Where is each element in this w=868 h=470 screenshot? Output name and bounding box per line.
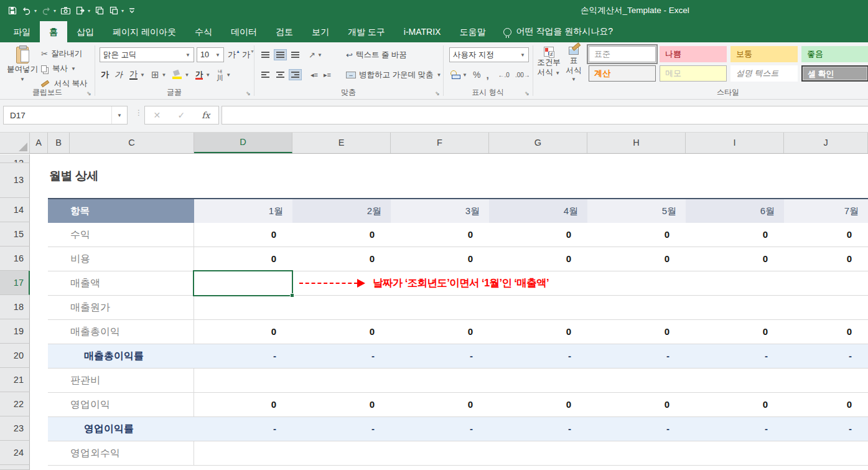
value-cell[interactable]: - — [587, 417, 686, 441]
align-right-button[interactable] — [289, 69, 302, 80]
value-cell[interactable] — [686, 441, 784, 465]
row-header-23[interactable]: 23 — [0, 416, 30, 441]
comma-style-button[interactable]: , — [486, 70, 488, 80]
merge-center-button[interactable]: ↔ 병합하고 가운데 맞춤 ▼ — [346, 70, 441, 80]
value-cell[interactable]: - — [784, 344, 868, 368]
name-box[interactable]: D17 ▼ — [3, 106, 128, 125]
cut-button[interactable]: ✂ 잘라내기 — [41, 47, 82, 60]
font-dialog-launcher[interactable]: ⇘ — [245, 90, 251, 96]
tab-수식[interactable]: 수식 — [185, 21, 222, 42]
column-header-H[interactable]: H — [587, 133, 686, 153]
row-label-cell[interactable]: 매출원가 — [48, 296, 194, 319]
column-header-J[interactable]: J — [784, 133, 868, 153]
row-label-cell[interactable]: 매출총이익 — [48, 320, 194, 344]
decrease-decimal-button[interactable]: .00→ — [515, 72, 530, 78]
value-cell[interactable]: 0 — [292, 393, 391, 416]
value-cell[interactable] — [686, 369, 784, 392]
value-cell[interactable]: 0 — [686, 223, 784, 247]
value-cell[interactable]: 0 — [391, 223, 489, 247]
month-header-2[interactable]: 2월 — [292, 199, 391, 223]
cell-style-좋음[interactable]: 좋음 — [801, 46, 868, 62]
value-cell[interactable]: 0 — [292, 223, 391, 247]
font-name-combo[interactable]: 맑은 고딕 ▼ — [100, 47, 194, 62]
value-cell[interactable]: 0 — [784, 320, 868, 344]
value-cell[interactable]: 0 — [587, 223, 686, 247]
cell-style-보통[interactable]: 보통 — [730, 46, 798, 62]
font-size-combo[interactable]: 10 ▼ — [197, 47, 224, 62]
column-header-G[interactable]: G — [489, 133, 587, 153]
value-cell[interactable]: 0 — [489, 320, 587, 344]
increase-indent-button[interactable]: ▸≡ — [322, 68, 333, 81]
select-all-corner[interactable] — [0, 133, 30, 153]
column-header-F[interactable]: F — [391, 133, 489, 153]
number-dialog-launcher[interactable]: ⇘ — [524, 90, 530, 96]
month-header-7[interactable]: 7월 — [784, 199, 868, 223]
format-as-table-button[interactable]: 표 서식 ▼ — [562, 47, 585, 83]
conditional-formatting-button[interactable]: 조건부 서식 ▼ — [536, 47, 561, 77]
month-header-5[interactable]: 5월 — [587, 199, 686, 223]
row-header-16[interactable]: 16 — [0, 247, 30, 271]
value-cell[interactable] — [489, 296, 587, 319]
value-cell[interactable] — [391, 369, 489, 392]
value-cell[interactable]: 0 — [489, 247, 587, 271]
tab-홈[interactable]: 홈 — [40, 21, 67, 42]
row-header-19[interactable]: 19 — [0, 319, 30, 344]
value-cell[interactable] — [784, 296, 868, 319]
row-label-cell[interactable]: 영업외수익 — [48, 441, 194, 465]
value-cell[interactable]: - — [391, 344, 489, 368]
row-label-cell[interactable]: 매출액 — [48, 271, 194, 295]
align-bottom-button[interactable] — [289, 49, 302, 60]
formula-input[interactable] — [222, 106, 868, 125]
value-cell[interactable]: - — [489, 417, 587, 441]
value-cell[interactable] — [292, 441, 391, 465]
value-cell[interactable] — [391, 296, 489, 319]
row-label-cell[interactable]: 영업이익 — [48, 393, 194, 416]
value-cell[interactable] — [686, 271, 784, 295]
column-header-C[interactable]: C — [70, 133, 194, 153]
value-cell[interactable]: 0 — [292, 320, 391, 344]
chevron-down-icon[interactable]: ▼ — [111, 106, 127, 124]
value-cell[interactable]: 0 — [391, 247, 489, 271]
chevron-down-icon[interactable]: ▾ — [121, 8, 124, 14]
value-cell[interactable]: 0 — [686, 247, 784, 271]
row-label-cell[interactable]: 영업이익률 — [48, 417, 194, 441]
row-header-15[interactable]: 15 — [0, 222, 30, 247]
value-cell[interactable] — [292, 296, 391, 319]
align-top-button[interactable] — [259, 49, 272, 60]
value-cell[interactable] — [587, 369, 686, 392]
tab-i-MATRIX[interactable]: i-MATRIX — [394, 21, 450, 42]
row-header-13[interactable]: 13 — [0, 163, 30, 198]
value-cell[interactable]: - — [292, 344, 391, 368]
value-cell[interactable]: - — [686, 344, 784, 368]
value-cell[interactable]: 0 — [489, 223, 587, 247]
item-header-cell[interactable]: 항목 — [48, 199, 194, 223]
cell-style-나쁨[interactable]: 나쁨 — [660, 46, 727, 62]
value-cell[interactable]: - — [489, 344, 587, 368]
row-header-14[interactable]: 14 — [0, 198, 30, 222]
accounting-format-icon[interactable] — [450, 70, 460, 79]
value-cell[interactable] — [292, 369, 391, 392]
sheet-section-title[interactable]: 월별 상세 — [49, 168, 98, 184]
value-cell[interactable] — [686, 296, 784, 319]
row-header-22[interactable]: 22 — [0, 392, 30, 416]
value-cell[interactable]: 0 — [391, 320, 489, 344]
value-cell[interactable]: 0 — [489, 393, 587, 416]
redo-icon[interactable] — [41, 4, 51, 17]
insert-function-icon[interactable]: fx — [202, 110, 210, 120]
value-cell[interactable] — [194, 441, 292, 465]
tab-검토[interactable]: 검토 — [266, 21, 302, 42]
increase-decimal-button[interactable]: ←.0 — [498, 72, 510, 78]
value-cell[interactable] — [587, 271, 686, 295]
align-middle-button[interactable] — [274, 49, 287, 60]
cell-style-설명 텍스트[interactable]: 설명 텍스트 — [730, 65, 798, 82]
column-header-I[interactable]: I — [686, 133, 784, 153]
save-icon[interactable] — [7, 4, 17, 17]
value-cell[interactable]: - — [391, 417, 489, 441]
number-format-combo[interactable]: 사용자 지정 ▼ — [449, 47, 529, 62]
align-left-button[interactable] — [259, 69, 272, 80]
row-header-20[interactable]: 20 — [0, 344, 30, 368]
phonetic-guide-icon[interactable]: 내川 — [217, 68, 223, 82]
paste-button[interactable]: 붙여넣기 ▼ — [6, 47, 39, 83]
undo-icon[interactable] — [22, 4, 32, 17]
value-cell[interactable] — [587, 296, 686, 319]
